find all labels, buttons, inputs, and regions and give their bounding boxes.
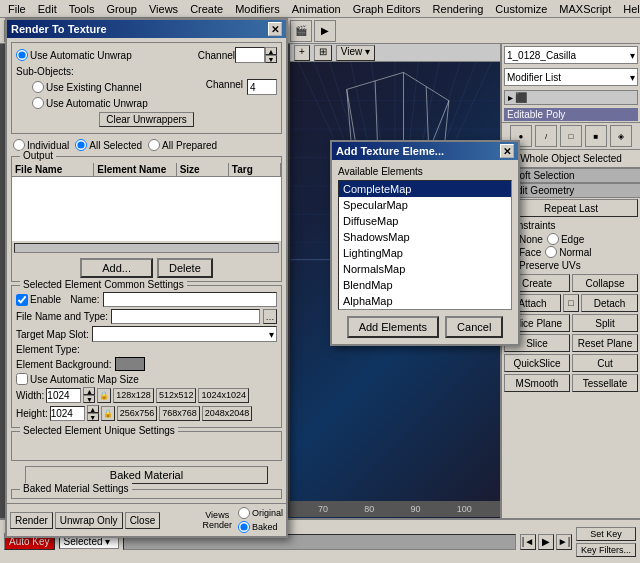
height-down[interactable]: ▼ [87, 413, 99, 421]
element-bg-color[interactable] [115, 357, 145, 371]
ate-list[interactable]: CompleteMap SpecularMap DiffuseMap Shado… [338, 180, 512, 310]
baked-radio[interactable]: Baked [238, 521, 283, 533]
reset-plane-btn[interactable]: Reset Plane [572, 334, 638, 352]
delete-btn[interactable]: Delete [157, 258, 213, 278]
h256-btn[interactable]: 256x756 [117, 406, 158, 421]
ate-item-specularmap[interactable]: SpecularMap [339, 197, 511, 213]
collapse-btn[interactable]: Collapse [572, 274, 638, 292]
vp-view-btn[interactable]: View ▾ [336, 45, 375, 61]
menu-edit[interactable]: Edit [32, 2, 63, 16]
use-existing-radio[interactable]: Use Existing Channel [32, 79, 142, 95]
auto-unwrap-radio[interactable]: Use Automatic Unwrap [16, 49, 132, 61]
element-icon[interactable]: ◈ [610, 125, 632, 147]
lock-aspect-btn2[interactable]: 🔒 [101, 406, 115, 421]
output-scrollbar[interactable] [14, 243, 279, 253]
menu-file[interactable]: File [2, 2, 32, 16]
original-radio[interactable]: Original [238, 507, 283, 519]
vp-toolbar-btn1[interactable]: + [294, 45, 310, 61]
height-up[interactable]: ▲ [87, 405, 99, 413]
prev-frame-btn[interactable]: |◄ [520, 534, 536, 550]
set-key-btn[interactable]: Set Key [576, 527, 636, 541]
repeat-last-btn[interactable]: Repeat Last [504, 199, 638, 217]
border-icon[interactable]: □ [560, 125, 582, 147]
ate-item-alphamap[interactable]: AlphaMap [339, 293, 511, 309]
quickslice-btn[interactable]: QuickSlice [504, 354, 570, 372]
ate-item-blendmap[interactable]: BlendMap [339, 277, 511, 293]
ate-item-completemap[interactable]: CompleteMap [339, 181, 511, 197]
menu-graph-editors[interactable]: Graph Editors [347, 2, 427, 16]
auto-map-checkbox[interactable]: Use Automatic Map Size [16, 373, 139, 385]
toolbar-render2[interactable]: ▶ [314, 20, 336, 42]
attach-options-btn[interactable]: □ [563, 294, 579, 312]
w512-btn[interactable]: 512x512 [156, 388, 197, 403]
edge-icon[interactable]: / [535, 125, 557, 147]
menu-animation[interactable]: Animation [286, 2, 347, 16]
width-input[interactable] [46, 388, 81, 403]
menu-help[interactable]: Help [617, 2, 640, 16]
tessellate-btn[interactable]: Tessellate [572, 374, 638, 392]
w128-btn[interactable]: 128x128 [113, 388, 154, 403]
target-map-dropdown[interactable]: ▾ [92, 326, 277, 342]
cut-btn[interactable]: Cut [572, 354, 638, 372]
split-btn[interactable]: Split [572, 314, 638, 332]
ate-item-diffusemap[interactable]: DiffuseMap [339, 213, 511, 229]
next-frame-btn[interactable]: ►| [556, 534, 572, 550]
all-prepared-radio[interactable]: All Prepared [148, 139, 217, 151]
ate-item-normalsmap[interactable]: NormalsMap [339, 261, 511, 277]
menu-maxscript[interactable]: MAXScript [553, 2, 617, 16]
rtt-close-btn[interactable]: ✕ [268, 22, 282, 36]
menu-create[interactable]: Create [184, 2, 229, 16]
all-selected-radio[interactable]: All Selected [75, 139, 142, 151]
menu-rendering[interactable]: Rendering [427, 2, 490, 16]
browse-btn[interactable]: … [263, 309, 277, 324]
editable-poly-item[interactable]: Editable Poly [504, 108, 638, 121]
key-filters-btn[interactable]: Key Filters... [576, 543, 636, 557]
menu-tools[interactable]: Tools [63, 2, 101, 16]
normal-radio[interactable]: Normal [545, 246, 591, 258]
modifier-list-dropdown[interactable]: Modifier List ▾ [504, 68, 638, 86]
unwrap-only-btn[interactable]: Unwrap Only [55, 512, 123, 529]
ate-close-btn[interactable]: ✕ [500, 144, 514, 158]
edge-radio[interactable]: Edge [547, 233, 584, 245]
output-list[interactable] [12, 177, 281, 241]
channel-input[interactable] [235, 47, 265, 63]
close-btn[interactable]: Close [125, 512, 161, 529]
polygon-icon[interactable]: ■ [585, 125, 607, 147]
add-elements-btn[interactable]: Add Elements [347, 316, 439, 338]
ate-item-heightmap[interactable]: HeightMap [339, 309, 511, 310]
ate-item-shadowsmap[interactable]: ShadowsMap [339, 229, 511, 245]
menu-views[interactable]: Views [143, 2, 184, 16]
baked-material-btn[interactable]: Baked Material [25, 466, 269, 484]
object-name-display[interactable]: 1_0128_Casilla ▾ [504, 46, 638, 64]
width-up[interactable]: ▲ [83, 387, 95, 395]
channel-down[interactable]: ▼ [265, 55, 277, 63]
play-btn[interactable]: ▶ [538, 534, 554, 550]
name-input[interactable] [103, 292, 277, 307]
edit-geometry-header[interactable]: - Edit Geometry [502, 183, 640, 198]
h2048-btn[interactable]: 2048x2048 [202, 406, 253, 421]
channel-input2[interactable] [247, 79, 277, 95]
preserve-uvs-checkbox[interactable]: Preserve UVs [505, 259, 637, 271]
clear-unwrappers-btn[interactable]: Clear Unwrappers [99, 112, 194, 127]
render-btn[interactable]: Render [10, 512, 53, 529]
add-btn[interactable]: Add... [80, 258, 153, 278]
channel-up[interactable]: ▲ [265, 47, 277, 55]
detach-btn[interactable]: Detach [581, 294, 638, 312]
w1024-btn[interactable]: 1024x1024 [198, 388, 249, 403]
menu-modifiers[interactable]: Modifiers [229, 2, 286, 16]
lock-aspect-btn[interactable]: 🔒 [97, 388, 111, 403]
enable-checkbox[interactable]: Enable [16, 294, 61, 306]
menu-group[interactable]: Group [100, 2, 143, 16]
h768-btn[interactable]: 768x768 [159, 406, 200, 421]
toolbar-render[interactable]: 🎬 [290, 20, 312, 42]
msmooth-btn[interactable]: MSmooth [504, 374, 570, 392]
cancel-btn[interactable]: Cancel [445, 316, 503, 338]
use-auto-unwrap-radio[interactable]: Use Automatic Unwrap [32, 97, 148, 109]
soft-selection-header[interactable]: + Soft Selection [502, 168, 640, 183]
height-input[interactable] [50, 406, 85, 421]
vp-toolbar-btn2[interactable]: ⊞ [314, 45, 332, 61]
menu-customize[interactable]: Customize [489, 2, 553, 16]
ate-item-lightingmap[interactable]: LightingMap [339, 245, 511, 261]
width-down[interactable]: ▼ [83, 395, 95, 403]
filename-input[interactable] [111, 309, 260, 324]
